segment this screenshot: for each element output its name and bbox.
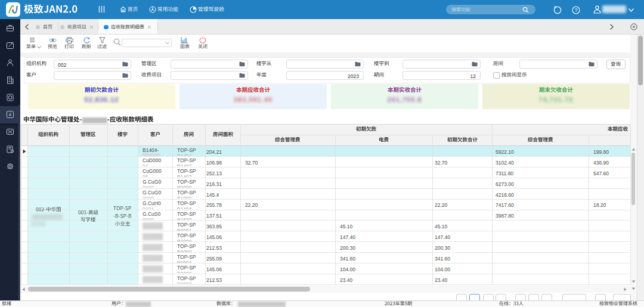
svg-text:?: ? <box>575 7 578 13</box>
